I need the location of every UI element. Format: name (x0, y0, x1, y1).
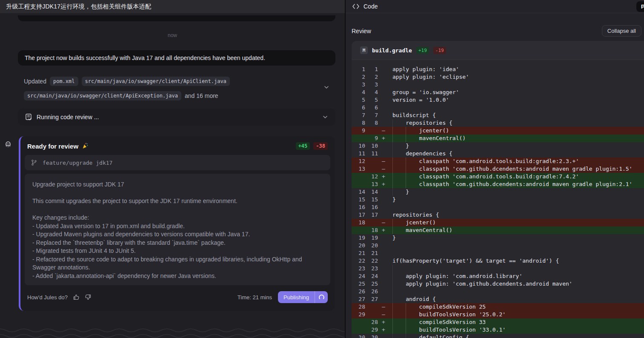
indent-guide (392, 295, 406, 303)
diff-line[interactable]: 18+mavenCentral() (352, 226, 644, 234)
publish-branch-button[interactable]: P (636, 1, 644, 12)
task-title: 升级工程支持JDK17运行环境，包括相关组件版本适配 (6, 3, 151, 11)
diff-line[interactable]: 1717repositories { (352, 211, 644, 219)
diff-line[interactable]: 22apply plugin: 'eclipse' (352, 73, 644, 81)
diff-line[interactable]: 12—classpath 'com.android.tools.build:gr… (352, 158, 644, 165)
diff-line[interactable]: 12+classpath 'com.android.tools.build:gr… (352, 173, 644, 180)
updated-label: Updated (24, 78, 46, 85)
diff-sign (378, 203, 389, 211)
diff-line[interactable]: 2121 (352, 249, 644, 257)
diff-line[interactable]: 2424apply plugin: 'com.android.library' (352, 272, 644, 280)
new-line-number: 7 (367, 112, 378, 119)
diff-line[interactable]: 13—classpath 'com.github.dcendents:andro… (352, 165, 644, 173)
diff-line[interactable]: 13+classpath 'com.github.dcendents:andro… (352, 180, 644, 188)
collapse-all-button[interactable]: Collapse all (602, 25, 641, 37)
code-text: classpath 'com.github.dcendents:android … (389, 165, 633, 173)
new-line-number: 19 (367, 234, 378, 242)
diff-file-header[interactable]: M build.gradle +19 -19 (352, 41, 644, 60)
code-text: mavenCentral() (389, 226, 452, 234)
diff-line[interactable]: 77buildscript { (352, 112, 644, 119)
diff-line[interactable]: 66 (352, 104, 644, 112)
indent-guide (392, 326, 406, 334)
thumbs-down-icon[interactable] (85, 294, 92, 301)
old-line-number: 5 (352, 96, 367, 104)
deletions-badge: -38 (313, 142, 328, 150)
diff-line[interactable]: 1616 (352, 203, 644, 211)
diff-sign (378, 257, 389, 265)
thumbs-up-icon[interactable] (73, 294, 80, 301)
diff-line[interactable]: 3030defaultConfig { (352, 334, 644, 338)
diff-line[interactable]: 2323 (352, 265, 644, 272)
diff-line[interactable]: 29+buildToolsVersion '33.0.1' (352, 326, 644, 334)
diff-line[interactable]: 28—compileSdkVersion 25 (352, 303, 644, 311)
indent-guide (392, 127, 406, 135)
diff-line[interactable]: 44group = 'io.swagger' (352, 89, 644, 96)
diff-line[interactable]: 2020 (352, 242, 644, 249)
new-line-number: 5 (367, 96, 378, 104)
diff-line[interactable]: 1919} (352, 234, 644, 242)
old-line-number (352, 326, 367, 334)
diff-sign (378, 89, 389, 96)
indent-guide (392, 142, 406, 150)
diff-line[interactable]: 2222if(hasProperty('target') && target =… (352, 257, 644, 265)
indent-guide (392, 219, 406, 226)
time-label: Time: 21 mins (238, 294, 272, 301)
indent-guide (406, 334, 419, 338)
diff-line[interactable]: 33 (352, 81, 644, 89)
updated-file-chip[interactable]: src/main/java/io/swagger/client/ApiClien… (82, 77, 230, 86)
updated-file-chip[interactable]: pom.xml (50, 77, 78, 86)
diff-line[interactable]: 9—jcenter() (352, 127, 644, 135)
diff-line[interactable]: 55version = '1.0.0' (352, 96, 644, 104)
diff-sign: + (378, 226, 389, 234)
more-files-label[interactable]: and 16 more (185, 92, 218, 99)
code-text: } (389, 234, 396, 242)
old-line-number: 2 (352, 73, 367, 81)
diff-line[interactable]: 2727android { (352, 295, 644, 303)
publishing-button[interactable]: Publishing (278, 291, 328, 303)
old-line-number: 16 (352, 203, 367, 211)
review-card-footer: How'd Jules do? Time: 21 mins Publishing (27, 291, 328, 303)
old-line-number (352, 226, 367, 234)
diff-lines: 11apply plugin: 'idea'22apply plugin: 'e… (352, 60, 644, 338)
diff-line[interactable]: 2626 (352, 288, 644, 295)
diff-line[interactable]: 2525apply plugin: 'com.github.dcendents.… (352, 280, 644, 288)
old-line-number: 18 (352, 219, 367, 226)
code-text: apply plugin: 'com.github.dcendents.andr… (389, 280, 572, 288)
diff-line[interactable]: 1010} (352, 142, 644, 150)
diff-sign (378, 81, 389, 89)
code-text: mavenCentral() (389, 135, 466, 142)
diff-line[interactable]: 29—buildToolsVersion '25.0.2' (352, 311, 644, 318)
ready-for-review-card: Ready for review +45 -38 feature/upgrade… (19, 136, 335, 311)
new-line-number: 1 (367, 66, 378, 73)
new-line-number: 22 (367, 257, 378, 265)
spinner-icon (315, 295, 328, 300)
indent-guide (406, 180, 419, 188)
chevron-down-icon[interactable] (323, 84, 330, 91)
diff-line[interactable]: 9+mavenCentral() (352, 135, 644, 142)
diff-sign (378, 73, 389, 81)
branch-row[interactable]: feature/upgrade jdk17 (25, 155, 330, 170)
review-section-label: Review (352, 28, 371, 34)
running-code-review-row[interactable]: Running code review ... (18, 109, 335, 126)
chevron-down-icon[interactable] (322, 114, 329, 120)
new-line-number: 16 (367, 203, 378, 211)
diff-line[interactable]: 1414} (352, 188, 644, 196)
old-line-number: 3 (352, 81, 367, 89)
diff-line[interactable]: 28+compileSdkVersion 33 (352, 318, 644, 326)
tab-code[interactable]: Code (352, 3, 378, 10)
code-text: defaultConfig { (389, 334, 469, 338)
old-line-number: 10 (352, 142, 367, 150)
old-line-number (352, 180, 367, 188)
diff-line[interactable]: 88repositories { (352, 119, 644, 127)
updated-file-chip[interactable]: src/main/java/io/swagger/client/ApiExcep… (24, 91, 181, 100)
diff-line[interactable]: 1515} (352, 196, 644, 203)
code-text: buildToolsVersion '25.0.2' (389, 311, 506, 318)
diff-line[interactable]: 1111dependencies { (352, 150, 644, 158)
new-line-number: 15 (367, 196, 378, 203)
code-text (389, 265, 406, 272)
code-text: classpath 'com.android.tools.build:gradl… (389, 173, 579, 180)
diff-line[interactable]: 11apply plugin: 'idea' (352, 66, 644, 73)
diff-sign (378, 249, 389, 257)
old-line-number: 9 (352, 127, 367, 135)
diff-line[interactable]: 18—jcenter() (352, 219, 644, 226)
